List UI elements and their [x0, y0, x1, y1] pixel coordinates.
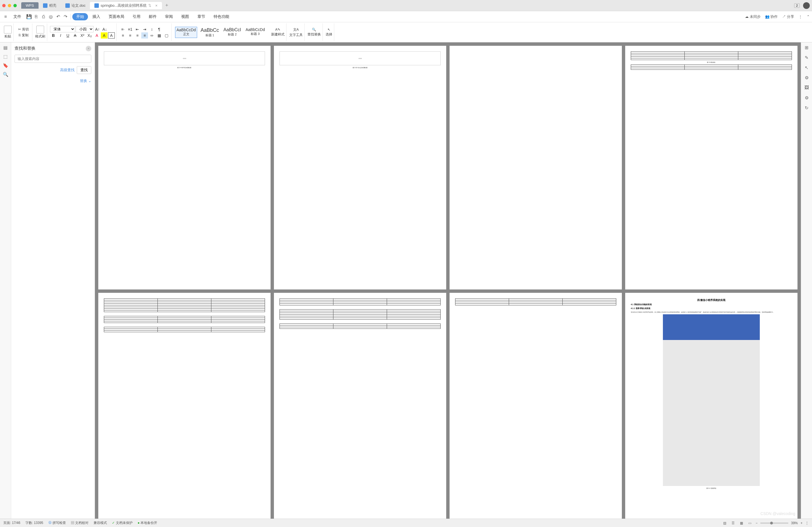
zoom-handle[interactable] [770, 522, 773, 525]
protect-status[interactable]: ✓ 文档未保护 [112, 521, 132, 525]
font-color-button[interactable]: A [93, 32, 100, 39]
menu-review[interactable]: 审阅 [161, 13, 177, 20]
zoom-slider[interactable] [760, 523, 788, 524]
more-status-icon[interactable]: ⋮ [805, 521, 809, 525]
undo-icon[interactable]: ↶ [55, 13, 61, 20]
redo-icon[interactable]: ↷ [62, 13, 69, 20]
tab-wps[interactable]: WPS [21, 2, 39, 9]
highlight-button[interactable]: A [101, 32, 107, 39]
line-spacing-icon[interactable]: ↕ [148, 26, 155, 32]
menu-mail[interactable]: 邮件 [145, 13, 161, 20]
add-tab-button[interactable]: + [162, 2, 172, 9]
outline-icon[interactable]: ▤ [3, 45, 9, 50]
increase-font-icon[interactable]: A↑ [94, 26, 101, 32]
view-outline-icon[interactable]: ▦ [739, 520, 744, 526]
tab-daoke[interactable]: 稻壳 [39, 2, 61, 9]
align-justify-icon[interactable]: ≡ [141, 32, 148, 39]
collab-button[interactable]: 👥 协作 [765, 14, 778, 19]
backup-status[interactable]: ● 本地备份开 [137, 521, 158, 525]
sync-status[interactable]: ☁ 未同步 [745, 14, 760, 19]
decrease-font-icon[interactable]: A↓ [101, 26, 108, 32]
distribute-icon[interactable]: ⬄ [148, 32, 155, 39]
numbered-list-icon[interactable]: ≡1 [127, 26, 133, 32]
minimize-window[interactable] [8, 4, 11, 7]
cursor-icon[interactable]: ↖ [804, 65, 810, 70]
copy-button[interactable]: ⎘ 复制 [17, 32, 30, 38]
menu-insert[interactable]: 插入 [88, 13, 104, 20]
align-right-icon[interactable]: ≡ [134, 32, 141, 39]
menu-view[interactable]: 视图 [177, 13, 193, 20]
collapse-ribbon-icon[interactable]: ⌃ [807, 15, 810, 19]
search-rail-icon[interactable]: 🔍 [3, 71, 9, 77]
show-marks-icon[interactable]: ¶ [156, 26, 162, 32]
text-tools-button[interactable]: 文A文字工具 [289, 27, 303, 38]
align-center-icon[interactable]: ≡ [127, 32, 133, 39]
paste-button[interactable]: 粘贴 [4, 26, 12, 39]
find-button[interactable]: 查找 [77, 66, 91, 74]
font-family-select[interactable]: 宋体 [50, 26, 75, 32]
menu-chapter[interactable]: 章节 [193, 13, 209, 20]
advanced-find-link[interactable]: 高级查找 [60, 68, 75, 73]
grid-icon[interactable]: ⊞ [804, 45, 810, 50]
shading-icon[interactable]: ▦ [156, 32, 162, 39]
italic-button[interactable]: I [57, 32, 64, 39]
bookmark-icon[interactable]: 🔖 [3, 62, 9, 68]
font-size-select[interactable]: 小四 [76, 26, 93, 32]
align-left-icon[interactable]: ≡ [119, 32, 126, 39]
history-icon[interactable]: ↻ [804, 105, 810, 111]
decrease-indent-icon[interactable]: ⇤ [134, 26, 141, 32]
style-h2[interactable]: AaBbCcI标题 2 [222, 27, 242, 38]
close-icon[interactable]: × [155, 3, 158, 8]
menu-special[interactable]: 特色功能 [210, 13, 233, 20]
superscript-button[interactable]: X² [79, 32, 86, 39]
settings-icon[interactable]: ⚙ [804, 95, 810, 101]
close-panel-icon[interactable]: × [86, 46, 91, 52]
menu-references[interactable]: 引用 [129, 13, 144, 20]
page-indicator[interactable]: 页面: 17/46 [3, 521, 20, 525]
increase-indent-icon[interactable]: ⇥ [141, 26, 148, 32]
image-icon[interactable]: 🖼 [804, 85, 810, 90]
print-icon[interactable]: ⎙ [40, 13, 47, 20]
brush-icon[interactable]: ✎ [804, 55, 810, 60]
nav-icon[interactable]: ⬚ [3, 54, 9, 59]
style-body[interactable]: AaBbCcDd正文 [175, 27, 197, 38]
view-page-icon[interactable]: ▤ [722, 520, 728, 526]
tab-springboot[interactable]: springbo...高校就业招聘系统 ⇅ × [90, 2, 162, 9]
underline-button[interactable]: U [64, 32, 71, 39]
borders-icon[interactable]: ▢ [163, 32, 170, 39]
adjust-icon[interactable]: ⚙ [804, 75, 810, 80]
strikethrough-button[interactable]: A [72, 32, 78, 39]
hamburger-icon[interactable]: ≡ [2, 13, 9, 20]
avatar[interactable] [803, 2, 810, 9]
preview-icon[interactable]: ◎ [47, 13, 54, 20]
view-read-icon[interactable]: ▭ [747, 520, 753, 526]
view-web-icon[interactable]: ☰ [730, 520, 736, 526]
zoom-in-button[interactable]: + [800, 521, 802, 525]
more-icon[interactable]: ⋮ [799, 15, 802, 19]
tab-extra-icon[interactable]: ⇅ [148, 3, 151, 8]
menu-layout[interactable]: 页面布局 [105, 13, 128, 20]
export-icon[interactable]: ⎘ [33, 13, 40, 20]
new-style-button[interactable]: A✎新建样式 [271, 28, 285, 37]
chevron-down-icon[interactable]: ⌄ [88, 79, 91, 83]
style-h1[interactable]: AaBbCc标题 1 [199, 27, 220, 38]
zoom-out-button[interactable]: − [756, 521, 757, 525]
style-h3[interactable]: AaBbCcDd标题 3 [244, 27, 266, 38]
format-painter-button[interactable]: 格式刷 [35, 26, 45, 39]
cut-button[interactable]: ✂ 剪切 [16, 27, 30, 32]
zoom-level[interactable]: 39% [791, 521, 798, 525]
search-input[interactable] [15, 55, 91, 63]
close-window[interactable] [2, 4, 5, 7]
notification-badge[interactable]: 2 [794, 3, 800, 8]
spellcheck-toggle[interactable]: ⦿ 拼写检查 [48, 521, 66, 525]
char-border-button[interactable]: A [108, 32, 115, 39]
file-menu[interactable]: 文件 [10, 13, 25, 20]
subscript-button[interactable]: X₂ [86, 32, 93, 39]
tab-thesis[interactable]: 论文.doc [61, 2, 90, 9]
bullet-list-icon[interactable]: ≡· [119, 26, 126, 32]
maximize-window[interactable] [13, 4, 17, 7]
share-button[interactable]: ↗ 分享 [782, 14, 794, 19]
find-replace-button[interactable]: 🔍查找替换 [307, 28, 321, 37]
select-button[interactable]: ↖选择 [325, 28, 332, 37]
menu-start[interactable]: 开始 [72, 13, 88, 20]
